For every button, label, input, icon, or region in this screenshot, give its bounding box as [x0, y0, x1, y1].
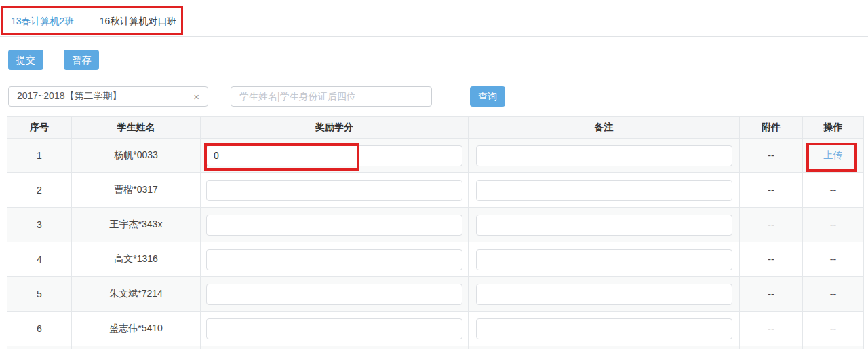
remark-cell: [469, 208, 740, 242]
draft-save-button[interactable]: 暂存: [64, 50, 99, 70]
header-attachment: 附件: [740, 117, 803, 139]
credits-cell: [201, 208, 469, 242]
credits-input[interactable]: [206, 284, 462, 305]
student-name-cell: 盛志伟*5410: [72, 312, 201, 346]
tab-class-13spring[interactable]: 13春计算机2班: [0, 7, 85, 36]
header-student-name: 学生姓名: [72, 117, 201, 139]
credits-cell: [201, 139, 469, 173]
operation-action[interactable]: --: [830, 185, 836, 196]
operation-cell: --: [803, 242, 864, 277]
attachment-cell: --: [740, 173, 803, 208]
table-row: 3 王宇杰*343x -- --: [7, 208, 864, 242]
query-button[interactable]: 查询: [470, 86, 505, 107]
remark-cell: [469, 173, 740, 208]
operation-action[interactable]: 上传: [824, 149, 843, 160]
remark-cell: [469, 312, 740, 346]
table-row: 6 盛志伟*5410 -- --: [7, 312, 864, 346]
attachment-cell: --: [740, 312, 803, 346]
operation-cell: --: [803, 277, 864, 312]
row-index-cell: 1: [7, 139, 72, 173]
page: 13春计算机2班 16秋计算机对口班 提交 暂存 2017~2018【第二学期】…: [0, 0, 868, 349]
student-name-cell: 曹楷*0317: [72, 173, 201, 208]
student-name-cell: 王宇杰*343x: [72, 208, 201, 242]
remark-input[interactable]: [476, 145, 732, 166]
attachment-cell: --: [740, 208, 803, 242]
attachment-cell: --: [740, 242, 803, 277]
remark-cell: [469, 277, 740, 312]
header-remark: 备注: [469, 117, 740, 139]
class-tab-bar: 13春计算机2班 16秋计算机对口班: [0, 0, 868, 37]
attachment-cell: --: [740, 277, 803, 312]
tab-class-16autumn[interactable]: 16秋计算机对口班: [89, 7, 188, 36]
table-row: 4 高文*1316 -- --: [7, 242, 864, 277]
credits-table: 序号 学生姓名 奖励学分 备注 附件 操作 1 杨帆*0033: [7, 116, 864, 349]
remark-cell: [469, 242, 740, 277]
operation-cell: 上传: [803, 139, 864, 173]
operation-action[interactable]: --: [830, 219, 836, 230]
credits-input[interactable]: [206, 215, 462, 236]
credits-cell: [201, 242, 469, 277]
table-row: 1 杨帆*0033 -- 上传: [7, 139, 864, 173]
table-row: 2 曹楷*0317 -- --: [7, 173, 864, 208]
remark-input[interactable]: [476, 249, 732, 270]
remark-input[interactable]: [476, 180, 732, 201]
row-index-cell: 4: [7, 242, 72, 277]
operation-action[interactable]: --: [830, 323, 836, 334]
credits-cell: [201, 173, 469, 208]
remark-input[interactable]: [476, 284, 732, 305]
credits-input[interactable]: [206, 249, 462, 270]
row-index-cell: 5: [7, 277, 72, 312]
submit-button[interactable]: 提交: [8, 50, 43, 70]
row-index-cell: 2: [7, 173, 72, 208]
operation-cell: --: [803, 208, 864, 242]
operation-action[interactable]: --: [830, 254, 836, 265]
table-row-partial: [7, 346, 864, 349]
student-name-cell: 高文*1316: [72, 242, 201, 277]
header-reward-credits: 奖励学分: [201, 117, 469, 139]
semester-select[interactable]: 2017~2018【第二学期】 ×: [8, 86, 208, 107]
attachment-cell: --: [740, 139, 803, 173]
operation-cell: --: [803, 173, 864, 208]
credits-input[interactable]: [206, 318, 462, 339]
header-index: 序号: [7, 117, 72, 139]
remark-input[interactable]: [476, 318, 732, 339]
credits-cell: [201, 277, 469, 312]
row-index-cell: 6: [7, 312, 72, 346]
clear-icon[interactable]: ×: [193, 92, 199, 102]
filter-bar: 2017~2018【第二学期】 × 查询: [8, 86, 868, 107]
operation-action[interactable]: --: [830, 289, 836, 299]
credits-input[interactable]: [206, 180, 462, 201]
credits-cell: [201, 312, 469, 346]
toolbar: 提交 暂存: [8, 50, 868, 70]
remark-input[interactable]: [476, 215, 732, 236]
table-header-row: 序号 学生姓名 奖励学分 备注 附件 操作: [7, 117, 864, 139]
header-operation: 操作: [803, 117, 864, 139]
remark-cell: [469, 139, 740, 173]
student-name-cell: 杨帆*0033: [72, 139, 201, 173]
student-search-input[interactable]: [231, 86, 432, 107]
credits-input[interactable]: [206, 145, 462, 166]
student-name-cell: 朱文斌*7214: [72, 277, 201, 312]
operation-cell: --: [803, 312, 864, 346]
table-row: 5 朱文斌*7214 -- --: [7, 277, 864, 312]
semester-select-value: 2017~2018【第二学期】: [17, 90, 121, 103]
row-index-cell: 3: [7, 208, 72, 242]
